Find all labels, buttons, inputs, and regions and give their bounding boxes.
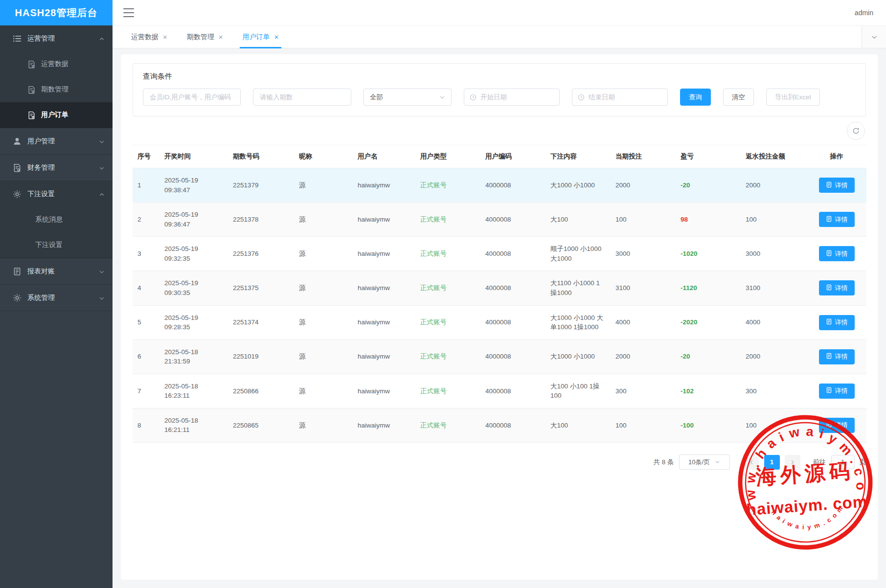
chevron-down-icon: [439, 94, 445, 100]
table-row: 32025-05-19 09:32:352251376源haiwaiymw正式账…: [133, 237, 866, 271]
goto-page-input[interactable]: [831, 455, 855, 469]
cell-user: haiwaiymw: [353, 339, 415, 374]
sidebar-section: 系统管理: [0, 285, 113, 311]
cell-period: 2250866: [228, 374, 294, 408]
cell-time: 2025-05-19 09:28:35: [159, 305, 228, 339]
type-select[interactable]: 全部: [363, 89, 452, 106]
chevron-down-icon: [99, 165, 105, 171]
cell-nick: 源: [294, 305, 353, 339]
cell-content: 大100: [545, 408, 611, 442]
cell-bet: 3100: [611, 271, 676, 305]
hamburger-menu-icon[interactable]: [123, 8, 134, 17]
detail-button[interactable]: 详情: [819, 384, 855, 399]
detail-button-label: 详情: [835, 386, 848, 395]
detail-button[interactable]: 详情: [819, 178, 855, 193]
cell-type: 正式账号: [415, 271, 480, 305]
sidebar-group-报表对账[interactable]: 报表对账: [0, 258, 113, 284]
sidebar-item-系统消息[interactable]: 系统消息: [0, 207, 113, 232]
sidebar-group-用户管理[interactable]: 用户管理: [0, 128, 113, 154]
sidebar-group-下注设置[interactable]: 下注设置: [0, 181, 113, 207]
sidebar-item-label: 期数管理: [41, 85, 68, 94]
column-header: 操作: [807, 145, 866, 168]
table-row: 72025-05-18 16:23:112250866源haiwaiymw正式账…: [133, 374, 866, 408]
detail-button[interactable]: 详情: [819, 212, 855, 227]
cell-rebate: 300: [741, 374, 807, 408]
refresh-icon: [852, 127, 860, 135]
cell-rebate: 2000: [741, 339, 807, 374]
end-date-input[interactable]: 结束日期: [572, 89, 668, 106]
tab-期数管理[interactable]: 期数管理×: [177, 26, 233, 48]
column-header: 用户编码: [480, 145, 545, 168]
cell-period: 2251019: [228, 339, 294, 374]
detail-button[interactable]: 详情: [819, 418, 855, 433]
doc-sheet-icon: [826, 318, 832, 326]
cell-rebate: 3100: [741, 271, 807, 305]
search-button[interactable]: 查询: [680, 89, 711, 106]
gear-icon: [13, 190, 22, 199]
column-header: 盈亏: [676, 145, 741, 168]
detail-button-label: 详情: [835, 215, 848, 224]
sidebar-group-label: 系统管理: [27, 294, 55, 302]
detail-button[interactable]: 详情: [819, 246, 855, 261]
page-number-button[interactable]: 1: [764, 455, 780, 470]
user-name[interactable]: admin: [855, 9, 873, 17]
cell-user: haiwaiymw: [353, 408, 415, 442]
cell-user: haiwaiymw: [353, 374, 415, 408]
sidebar-section: 下注设置系统消息下注设置: [0, 181, 113, 258]
cell-time: 2025-05-18 16:21:11: [159, 408, 228, 442]
detail-button[interactable]: 详情: [819, 315, 855, 330]
period-input[interactable]: [253, 89, 351, 106]
query-row: 全部 开始日期 结束日期 查询 清空 导出到Exce: [143, 89, 856, 106]
cell-period: 2251378: [228, 203, 294, 237]
sidebar-item-用户订单[interactable]: 用户订单: [0, 102, 113, 128]
cell-content: 大1000 小1000 大单1000 1操1000: [545, 305, 611, 339]
cell-no: 6: [133, 339, 159, 374]
sidebar-group-label: 下注设置: [27, 190, 55, 199]
doc-sheet-icon: [826, 284, 832, 292]
account-type-badge: 正式账号: [420, 387, 447, 395]
detail-button[interactable]: 详情: [819, 280, 855, 295]
close-icon[interactable]: ×: [274, 33, 279, 41]
cell-action: 详情: [807, 237, 866, 271]
column-header: 期数号码: [228, 145, 294, 168]
refresh-button[interactable]: [847, 122, 865, 140]
next-page-button[interactable]: [785, 455, 800, 470]
cell-content: 大1000 小1000: [545, 339, 611, 374]
page-size-select[interactable]: 10条/页: [679, 454, 730, 470]
sidebar-group-label: 运营管理: [27, 34, 55, 43]
tab-用户订单[interactable]: 用户订单×: [233, 26, 289, 48]
table-row: 12025-05-19 09:38:472251379源haiwaiymw正式账…: [133, 168, 866, 203]
sidebar-item-期数管理[interactable]: 期数管理: [0, 77, 113, 102]
goto-suffix-label: 页: [860, 458, 866, 467]
sidebar-group-运营管理[interactable]: 运营管理: [0, 25, 113, 51]
detail-button-label: 详情: [835, 421, 848, 430]
doc-sheet-icon: [826, 181, 832, 189]
tab-运营数据[interactable]: 运营数据×: [121, 26, 177, 48]
sidebar-group-系统管理[interactable]: 系统管理: [0, 285, 113, 311]
pnl-value: -2020: [681, 318, 698, 326]
prev-page-button[interactable]: [744, 455, 759, 470]
user-icon: [13, 137, 22, 146]
member-search-input[interactable]: [143, 89, 241, 106]
sidebar-group-label: 用户管理: [27, 137, 55, 146]
chevron-down-icon: [871, 34, 878, 41]
start-date-input[interactable]: 开始日期: [464, 89, 560, 106]
pnl-value: -20: [681, 181, 690, 189]
close-icon[interactable]: ×: [163, 33, 167, 41]
sidebar-item-下注设置[interactable]: 下注设置: [0, 232, 113, 258]
close-icon[interactable]: ×: [219, 33, 223, 41]
detail-button[interactable]: 详情: [819, 349, 855, 364]
tabs-dropdown-button[interactable]: [862, 26, 886, 48]
sidebar-item-运营数据[interactable]: 运营数据: [0, 51, 113, 77]
clear-button[interactable]: 清空: [723, 89, 754, 106]
cell-type: 正式账号: [415, 339, 480, 374]
sidebar-group-财务管理[interactable]: 财务管理: [0, 155, 113, 181]
cell-user: haiwaiymw: [353, 271, 415, 305]
cell-time: 2025-05-19 09:32:35: [159, 237, 228, 271]
cell-time: 2025-05-19 09:36:47: [159, 203, 228, 237]
cell-rebate: 100: [741, 203, 807, 237]
cell-pnl: -2020: [676, 305, 741, 339]
pnl-value: 98: [681, 216, 688, 223]
export-excel-button[interactable]: 导出到Excel: [766, 89, 820, 106]
cell-bet: 3000: [611, 237, 676, 271]
